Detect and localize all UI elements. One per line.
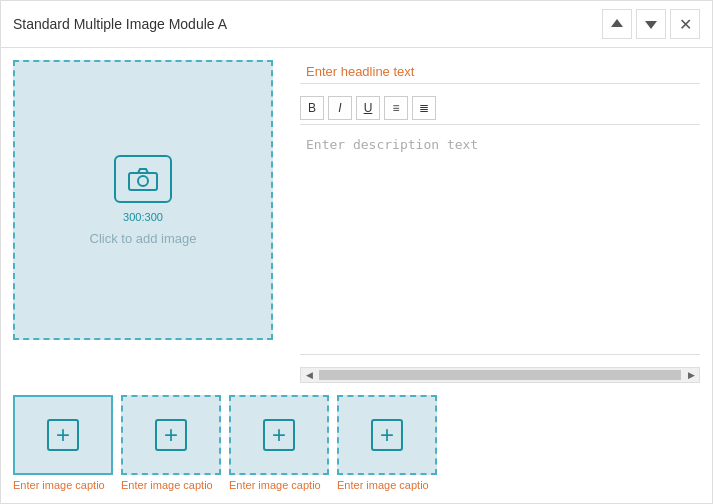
arrow-down-icon [644, 17, 658, 31]
camera-icon [114, 155, 172, 203]
thumbnail-caption-1[interactable]: Enter image captio [13, 479, 113, 491]
module-header: Standard Multiple Image Module A ✕ [1, 1, 712, 48]
formatting-toolbar: B I U ≡ ≣ [300, 92, 700, 125]
bold-button[interactable]: B [300, 96, 324, 120]
thumbnail-caption-3[interactable]: Enter image captio [229, 479, 329, 491]
image-dimensions-label: 300:300 [123, 211, 163, 223]
thumbnail-box-2[interactable]: + [121, 395, 221, 475]
right-panel: B I U ≡ ≣ ◀ ▶ [300, 60, 700, 383]
unordered-list-button[interactable]: ≡ [384, 96, 408, 120]
thumbnail-box-1[interactable]: + [13, 395, 113, 475]
move-down-button[interactable] [636, 9, 666, 39]
module-title: Standard Multiple Image Module A [13, 16, 227, 32]
main-image-area[interactable]: 300:300 Click to add image [13, 60, 273, 340]
description-textarea[interactable] [300, 133, 700, 355]
move-up-button[interactable] [602, 9, 632, 39]
camera-svg [128, 167, 158, 191]
arrow-up-icon [610, 17, 624, 31]
plus-icon-2: + [155, 419, 187, 451]
thumbnail-item-3: + Enter image captio [229, 395, 329, 491]
header-actions: ✕ [602, 9, 700, 39]
thumbnail-box-4[interactable]: + [337, 395, 437, 475]
plus-icon-3: + [263, 419, 295, 451]
thumbnail-caption-4[interactable]: Enter image captio [337, 479, 437, 491]
left-panel: 300:300 Click to add image [13, 60, 288, 383]
click-to-add-label: Click to add image [90, 231, 197, 246]
plus-icon-1: + [47, 419, 79, 451]
ordered-list-button[interactable]: ≣ [412, 96, 436, 120]
thumbnail-item-4: + Enter image captio [337, 395, 437, 491]
underline-button[interactable]: U [356, 96, 380, 120]
scroll-right-arrow[interactable]: ▶ [683, 367, 699, 383]
headline-input[interactable] [300, 60, 700, 84]
thumbnail-box-3[interactable]: + [229, 395, 329, 475]
thumbnail-item-2: + Enter image captio [121, 395, 221, 491]
plus-icon-4: + [371, 419, 403, 451]
bottom-thumbnails-section: + Enter image captio + Enter image capti… [1, 395, 712, 503]
module-body: 300:300 Click to add image B I U ≡ ≣ ◀ ▶ [1, 48, 712, 395]
thumbnail-caption-2[interactable]: Enter image captio [121, 479, 221, 491]
italic-button[interactable]: I [328, 96, 352, 120]
scrollbar-track[interactable]: ◀ ▶ [300, 367, 700, 383]
scroll-left-arrow[interactable]: ◀ [301, 367, 317, 383]
close-button[interactable]: ✕ [670, 9, 700, 39]
module-container: Standard Multiple Image Module A ✕ [0, 0, 713, 504]
scroll-thumb [319, 370, 681, 380]
svg-point-1 [138, 176, 148, 186]
thumbnail-item-1: + Enter image captio [13, 395, 113, 491]
